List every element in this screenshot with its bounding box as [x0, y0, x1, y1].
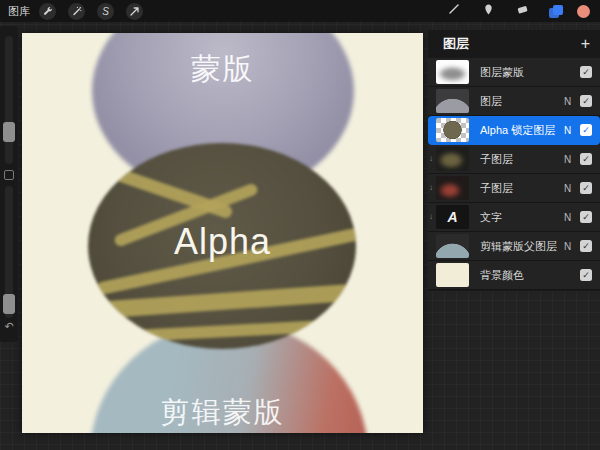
layer-label: 子图层: [480, 181, 560, 196]
gallery-button[interactable]: 图库: [0, 4, 39, 19]
layer-row-child[interactable]: ↓ 子图层 N ✓: [428, 174, 600, 203]
eraser-tool-button[interactable]: [505, 0, 539, 22]
layer-label: 剪辑蒙版父图层: [480, 239, 560, 254]
layer-thumbnail-alpha: [436, 118, 469, 142]
layer-row-background[interactable]: 背景颜色 ✓: [428, 261, 600, 290]
layer-label: 子图层: [480, 152, 560, 167]
mask-text: 蒙版: [22, 49, 423, 90]
layer-list: 图层蒙版 ✓ 图层 N ✓ Alpha 锁定图层 N ✓ ↓ 子图层 N: [428, 58, 600, 290]
layer-visibility-checkbox[interactable]: ✓: [580, 95, 592, 107]
layer-label: 文字: [480, 210, 560, 225]
layer-row[interactable]: 图层 N ✓: [428, 87, 600, 116]
paint-tools-group: [437, 0, 600, 22]
layer-thumbnail: [436, 234, 469, 258]
brush-icon: [447, 2, 461, 20]
clipping-mask-arrow-icon: ↓: [429, 212, 433, 221]
layer-label: Alpha 锁定图层: [480, 123, 560, 138]
layer-thumbnail: [436, 89, 469, 113]
smudge-tool-button[interactable]: [471, 0, 505, 22]
blend-mode-badge[interactable]: N: [560, 96, 575, 107]
layer-thumbnail: [436, 147, 469, 171]
layers-panel-header: 图层 +: [428, 30, 600, 58]
add-layer-button[interactable]: +: [581, 35, 590, 53]
clipping-mask-arrow-icon: ↓: [429, 183, 433, 192]
text-layer-thumbnail: A: [436, 205, 469, 229]
layer-label: 背景颜色: [480, 268, 560, 283]
blend-mode-badge[interactable]: N: [560, 154, 575, 165]
layer-thumbnail: [436, 176, 469, 200]
active-color-swatch[interactable]: [577, 5, 590, 18]
smudge-finger-icon: [482, 2, 495, 20]
procreate-app: 图库 S: [0, 0, 600, 450]
selection-button[interactable]: S: [97, 3, 114, 20]
brush-size-handle[interactable]: [3, 122, 15, 142]
layer-visibility-checkbox[interactable]: ✓: [580, 269, 592, 281]
layer-visibility-checkbox[interactable]: ✓: [580, 240, 592, 252]
layer-visibility-checkbox[interactable]: ✓: [580, 153, 592, 165]
top-toolbar: 图库 S: [0, 0, 600, 22]
modify-button[interactable]: [4, 170, 14, 180]
drawing-canvas[interactable]: 蒙版 Alpha 剪辑蒙版: [22, 33, 423, 433]
layer-label: 图层蒙版: [480, 65, 560, 80]
layer-thumbnail: [436, 60, 469, 84]
blend-mode-badge[interactable]: N: [560, 125, 575, 136]
blend-mode-badge[interactable]: N: [560, 183, 575, 194]
layers-panel-title: 图层: [443, 35, 581, 53]
layer-label: 图层: [480, 94, 560, 109]
selection-s-icon: S: [102, 6, 109, 17]
clip-mask-text: 剪辑蒙版: [22, 393, 423, 433]
magic-wand-icon: [72, 6, 82, 16]
layer-row-text[interactable]: ↓ A 文字 N ✓: [428, 203, 600, 232]
layer-row-alpha-locked-selected[interactable]: Alpha 锁定图层 N ✓: [428, 116, 600, 145]
undo-button[interactable]: ↶: [0, 320, 18, 333]
layer-visibility-checkbox[interactable]: ✓: [580, 124, 592, 136]
blend-mode-badge[interactable]: N: [560, 212, 575, 223]
clipping-mask-arrow-icon: ↓: [429, 154, 433, 163]
layer-row-clip-parent[interactable]: 剪辑蒙版父图层 N ✓: [428, 232, 600, 261]
background-color-thumbnail: [436, 263, 469, 287]
layer-visibility-checkbox[interactable]: ✓: [580, 182, 592, 194]
brush-sidebar: ↶: [0, 26, 18, 342]
brush-opacity-handle[interactable]: [3, 294, 15, 314]
arrow-cursor-icon: [130, 7, 139, 16]
layers-panel-button[interactable]: [539, 0, 573, 22]
adjustments-button[interactable]: [68, 3, 85, 20]
layers-icon: [549, 5, 563, 18]
blend-mode-badge[interactable]: N: [560, 241, 575, 252]
layer-row-child[interactable]: ↓ 子图层 N ✓: [428, 145, 600, 174]
eraser-icon: [516, 2, 529, 20]
brush-tool-button[interactable]: [437, 0, 471, 22]
transform-button[interactable]: [126, 3, 143, 20]
brush-size-slider[interactable]: [5, 36, 13, 164]
actions-button[interactable]: [39, 3, 56, 20]
layer-visibility-checkbox[interactable]: ✓: [580, 66, 592, 78]
layers-panel: 图层 + 图层蒙版 ✓ 图层 N ✓ Alpha 锁定图层 N ✓: [428, 30, 600, 291]
wrench-icon: [43, 6, 53, 16]
layer-row-mask[interactable]: 图层蒙版 ✓: [428, 58, 600, 87]
alpha-text: Alpha: [22, 221, 423, 263]
layer-visibility-checkbox[interactable]: ✓: [580, 211, 592, 223]
